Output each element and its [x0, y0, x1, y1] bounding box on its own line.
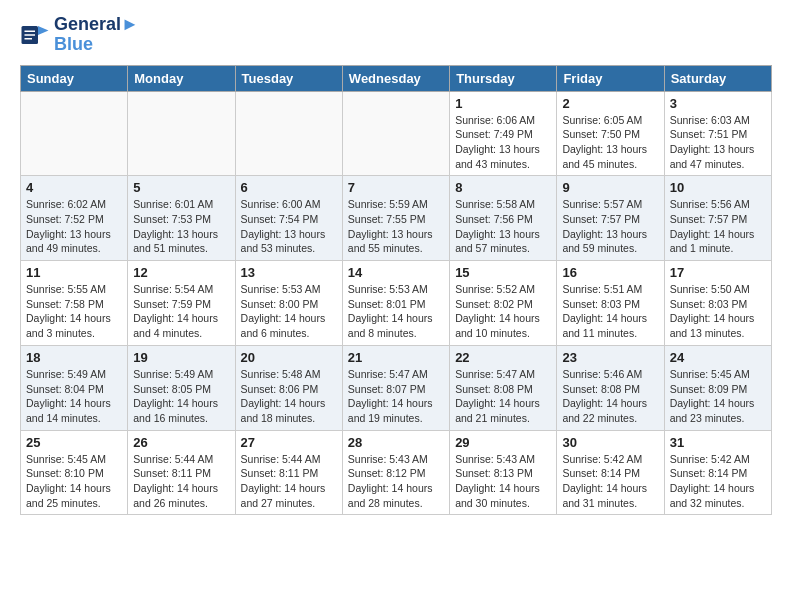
day-number: 15 [455, 265, 551, 280]
day-number: 27 [241, 435, 337, 450]
calendar-cell: 8Sunrise: 5:58 AM Sunset: 7:56 PM Daylig… [450, 176, 557, 261]
svg-rect-5 [25, 38, 33, 40]
day-info: Sunrise: 6:05 AM Sunset: 7:50 PM Dayligh… [562, 113, 658, 172]
day-number: 10 [670, 180, 766, 195]
header: General► Blue [20, 15, 772, 55]
day-number: 11 [26, 265, 122, 280]
calendar-cell: 29Sunrise: 5:43 AM Sunset: 8:13 PM Dayli… [450, 430, 557, 515]
day-info: Sunrise: 6:01 AM Sunset: 7:53 PM Dayligh… [133, 197, 229, 256]
weekday-header-tuesday: Tuesday [235, 65, 342, 91]
calendar-cell: 19Sunrise: 5:49 AM Sunset: 8:05 PM Dayli… [128, 345, 235, 430]
day-number: 3 [670, 96, 766, 111]
day-info: Sunrise: 5:42 AM Sunset: 8:14 PM Dayligh… [670, 452, 766, 511]
day-number: 1 [455, 96, 551, 111]
weekday-header-saturday: Saturday [664, 65, 771, 91]
calendar-cell: 21Sunrise: 5:47 AM Sunset: 8:07 PM Dayli… [342, 345, 449, 430]
weekday-header-sunday: Sunday [21, 65, 128, 91]
calendar-cell: 30Sunrise: 5:42 AM Sunset: 8:14 PM Dayli… [557, 430, 664, 515]
calendar-cell: 9Sunrise: 5:57 AM Sunset: 7:57 PM Daylig… [557, 176, 664, 261]
calendar-cell: 5Sunrise: 6:01 AM Sunset: 7:53 PM Daylig… [128, 176, 235, 261]
calendar-cell: 31Sunrise: 5:42 AM Sunset: 8:14 PM Dayli… [664, 430, 771, 515]
day-number: 21 [348, 350, 444, 365]
calendar-cell: 14Sunrise: 5:53 AM Sunset: 8:01 PM Dayli… [342, 261, 449, 346]
calendar-cell: 10Sunrise: 5:56 AM Sunset: 7:57 PM Dayli… [664, 176, 771, 261]
day-info: Sunrise: 5:45 AM Sunset: 8:10 PM Dayligh… [26, 452, 122, 511]
calendar-cell: 26Sunrise: 5:44 AM Sunset: 8:11 PM Dayli… [128, 430, 235, 515]
day-info: Sunrise: 5:51 AM Sunset: 8:03 PM Dayligh… [562, 282, 658, 341]
calendar-cell: 20Sunrise: 5:48 AM Sunset: 8:06 PM Dayli… [235, 345, 342, 430]
day-number: 12 [133, 265, 229, 280]
week-row-3: 11Sunrise: 5:55 AM Sunset: 7:58 PM Dayli… [21, 261, 772, 346]
day-number: 31 [670, 435, 766, 450]
weekday-header-thursday: Thursday [450, 65, 557, 91]
logo-icon [20, 20, 50, 50]
day-number: 28 [348, 435, 444, 450]
calendar-cell: 7Sunrise: 5:59 AM Sunset: 7:55 PM Daylig… [342, 176, 449, 261]
day-info: Sunrise: 5:53 AM Sunset: 8:00 PM Dayligh… [241, 282, 337, 341]
day-info: Sunrise: 5:42 AM Sunset: 8:14 PM Dayligh… [562, 452, 658, 511]
day-info: Sunrise: 5:43 AM Sunset: 8:12 PM Dayligh… [348, 452, 444, 511]
calendar-cell: 6Sunrise: 6:00 AM Sunset: 7:54 PM Daylig… [235, 176, 342, 261]
day-info: Sunrise: 5:48 AM Sunset: 8:06 PM Dayligh… [241, 367, 337, 426]
day-number: 4 [26, 180, 122, 195]
calendar-cell [128, 91, 235, 176]
day-info: Sunrise: 6:06 AM Sunset: 7:49 PM Dayligh… [455, 113, 551, 172]
day-number: 6 [241, 180, 337, 195]
day-number: 19 [133, 350, 229, 365]
calendar-cell [342, 91, 449, 176]
calendar-cell [235, 91, 342, 176]
calendar-table: SundayMondayTuesdayWednesdayThursdayFrid… [20, 65, 772, 516]
day-info: Sunrise: 5:58 AM Sunset: 7:56 PM Dayligh… [455, 197, 551, 256]
day-number: 23 [562, 350, 658, 365]
day-number: 7 [348, 180, 444, 195]
day-number: 16 [562, 265, 658, 280]
day-number: 26 [133, 435, 229, 450]
calendar-cell: 24Sunrise: 5:45 AM Sunset: 8:09 PM Dayli… [664, 345, 771, 430]
calendar-cell [21, 91, 128, 176]
calendar-cell: 22Sunrise: 5:47 AM Sunset: 8:08 PM Dayli… [450, 345, 557, 430]
day-number: 17 [670, 265, 766, 280]
day-info: Sunrise: 5:50 AM Sunset: 8:03 PM Dayligh… [670, 282, 766, 341]
svg-rect-3 [25, 30, 36, 32]
weekday-header-wednesday: Wednesday [342, 65, 449, 91]
day-info: Sunrise: 6:03 AM Sunset: 7:51 PM Dayligh… [670, 113, 766, 172]
svg-rect-4 [25, 34, 36, 36]
day-info: Sunrise: 5:49 AM Sunset: 8:04 PM Dayligh… [26, 367, 122, 426]
logo: General► Blue [20, 15, 139, 55]
calendar-cell: 4Sunrise: 6:02 AM Sunset: 7:52 PM Daylig… [21, 176, 128, 261]
day-info: Sunrise: 5:46 AM Sunset: 8:08 PM Dayligh… [562, 367, 658, 426]
calendar-cell: 23Sunrise: 5:46 AM Sunset: 8:08 PM Dayli… [557, 345, 664, 430]
week-row-4: 18Sunrise: 5:49 AM Sunset: 8:04 PM Dayli… [21, 345, 772, 430]
day-info: Sunrise: 6:00 AM Sunset: 7:54 PM Dayligh… [241, 197, 337, 256]
calendar-cell: 2Sunrise: 6:05 AM Sunset: 7:50 PM Daylig… [557, 91, 664, 176]
day-number: 29 [455, 435, 551, 450]
calendar-cell: 15Sunrise: 5:52 AM Sunset: 8:02 PM Dayli… [450, 261, 557, 346]
day-number: 8 [455, 180, 551, 195]
calendar-cell: 3Sunrise: 6:03 AM Sunset: 7:51 PM Daylig… [664, 91, 771, 176]
calendar-cell: 25Sunrise: 5:45 AM Sunset: 8:10 PM Dayli… [21, 430, 128, 515]
day-info: Sunrise: 5:53 AM Sunset: 8:01 PM Dayligh… [348, 282, 444, 341]
calendar-cell: 11Sunrise: 5:55 AM Sunset: 7:58 PM Dayli… [21, 261, 128, 346]
day-info: Sunrise: 5:44 AM Sunset: 8:11 PM Dayligh… [133, 452, 229, 511]
week-row-5: 25Sunrise: 5:45 AM Sunset: 8:10 PM Dayli… [21, 430, 772, 515]
day-info: Sunrise: 5:45 AM Sunset: 8:09 PM Dayligh… [670, 367, 766, 426]
day-number: 25 [26, 435, 122, 450]
day-number: 13 [241, 265, 337, 280]
day-info: Sunrise: 5:59 AM Sunset: 7:55 PM Dayligh… [348, 197, 444, 256]
calendar-cell: 12Sunrise: 5:54 AM Sunset: 7:59 PM Dayli… [128, 261, 235, 346]
calendar-cell: 28Sunrise: 5:43 AM Sunset: 8:12 PM Dayli… [342, 430, 449, 515]
calendar-cell: 18Sunrise: 5:49 AM Sunset: 8:04 PM Dayli… [21, 345, 128, 430]
svg-marker-2 [38, 26, 49, 35]
day-number: 14 [348, 265, 444, 280]
day-number: 30 [562, 435, 658, 450]
calendar-cell: 17Sunrise: 5:50 AM Sunset: 8:03 PM Dayli… [664, 261, 771, 346]
day-info: Sunrise: 5:49 AM Sunset: 8:05 PM Dayligh… [133, 367, 229, 426]
day-info: Sunrise: 5:43 AM Sunset: 8:13 PM Dayligh… [455, 452, 551, 511]
day-info: Sunrise: 5:52 AM Sunset: 8:02 PM Dayligh… [455, 282, 551, 341]
logo-text: General► Blue [54, 15, 139, 55]
day-info: Sunrise: 5:56 AM Sunset: 7:57 PM Dayligh… [670, 197, 766, 256]
day-number: 9 [562, 180, 658, 195]
calendar-cell: 13Sunrise: 5:53 AM Sunset: 8:00 PM Dayli… [235, 261, 342, 346]
day-number: 22 [455, 350, 551, 365]
day-number: 20 [241, 350, 337, 365]
